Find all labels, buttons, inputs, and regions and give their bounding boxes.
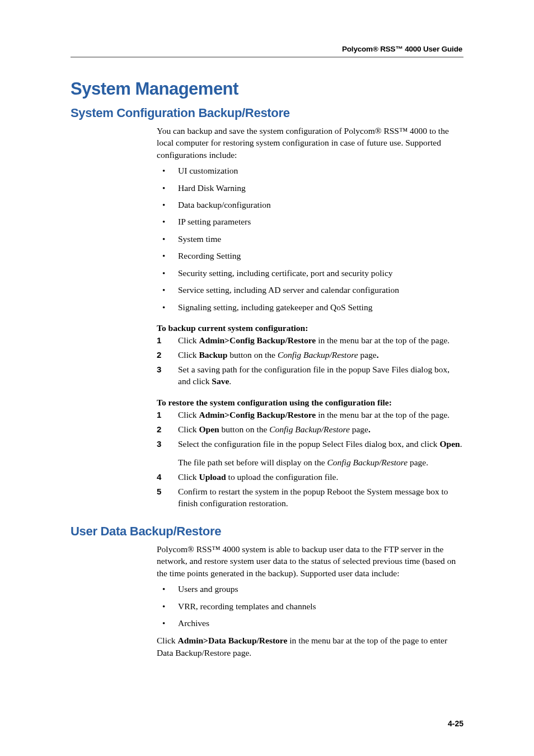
step-item: 3Set a saving path for the configuration… — [157, 363, 463, 388]
list-item: UI customization — [157, 165, 463, 177]
page-number: 4-25 — [448, 719, 463, 728]
list-item: Security setting, including certificate,… — [157, 268, 463, 279]
restore-steps-cont: 4Click Upload to upload the configuratio… — [157, 471, 463, 510]
list-item: Data backup/configuration — [157, 199, 463, 211]
list-item: Hard Disk Warning — [157, 183, 463, 194]
userdata-bullet-list: Users and groups VRR, recording template… — [157, 584, 463, 629]
list-item: Users and groups — [157, 584, 463, 595]
step-item: 3Select the configuration file in the po… — [157, 438, 463, 450]
closing-paragraph: Click Admin>Data Backup/Restore in the m… — [157, 634, 463, 659]
step-item: 5Confirm to restart the system in the po… — [157, 486, 463, 510]
intro-paragraph-2: Polycom® RSS™ 4000 system is able to bac… — [157, 543, 463, 579]
config-bullet-list: UI customization Hard Disk Warning Data … — [157, 165, 463, 313]
list-item: Archives — [157, 618, 463, 629]
step-item: 4Click Upload to upload the configuratio… — [157, 471, 463, 483]
procedure-heading-restore: To restore the system configuration usin… — [157, 398, 463, 408]
list-item: System time — [157, 234, 463, 245]
step-item: 1Click Admin>Config Backup/Restore in th… — [157, 334, 463, 347]
page-header-title: Polycom® RSS™ 4000 User Guide — [71, 45, 463, 53]
step-note: The file path set before will display on… — [178, 456, 463, 469]
list-item: VRR, recording templates and channels — [157, 601, 463, 613]
header-divider — [71, 57, 463, 58]
procedure-heading-backup: To backup current system configuration: — [157, 323, 463, 333]
restore-steps: 1Click Admin>Config Backup/Restore in th… — [157, 409, 463, 450]
backup-steps: 1Click Admin>Config Backup/Restore in th… — [157, 334, 463, 388]
step-item: 2Click Backup button on the Config Backu… — [157, 349, 463, 361]
heading-user-data-backup: User Data Backup/Restore — [71, 524, 463, 539]
heading-system-management: System Management — [71, 79, 463, 99]
list-item: Signaling setting, including gatekeeper … — [157, 302, 463, 314]
list-item: Recording Setting — [157, 250, 463, 262]
intro-paragraph: You can backup and save the system confi… — [157, 125, 463, 161]
heading-system-config-backup: System Configuration Backup/Restore — [71, 106, 463, 120]
list-item: IP setting parameters — [157, 216, 463, 228]
step-item: 1Click Admin>Config Backup/Restore in th… — [157, 409, 463, 421]
step-item: 2Click Open button on the Config Backup/… — [157, 423, 463, 436]
list-item: Service setting, including AD server and… — [157, 284, 463, 296]
